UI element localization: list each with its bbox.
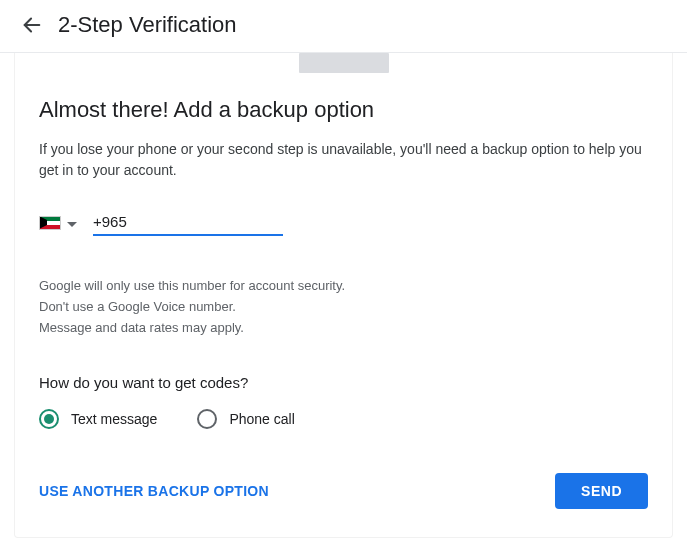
disclaimer-line: Message and data rates may apply. [39, 318, 648, 339]
radio-group: Text message Phone call [39, 409, 648, 429]
radio-text-message[interactable]: Text message [39, 409, 157, 429]
radio-label: Phone call [229, 411, 294, 427]
radio-phone-call[interactable]: Phone call [197, 409, 294, 429]
flag-icon [39, 216, 61, 230]
page-header: 2-Step Verification [0, 0, 687, 53]
footer-row: USE ANOTHER BACKUP OPTION SEND [39, 473, 648, 509]
section-description: If you lose your phone or your second st… [39, 139, 648, 181]
send-button[interactable]: SEND [555, 473, 648, 509]
radio-icon [39, 409, 59, 429]
disclaimer: Google will only use this number for acc… [39, 276, 648, 338]
use-another-backup-link[interactable]: USE ANOTHER BACKUP OPTION [39, 483, 269, 499]
disclaimer-line: Don't use a Google Voice number. [39, 297, 648, 318]
radio-label: Text message [71, 411, 157, 427]
disclaimer-line: Google will only use this number for acc… [39, 276, 648, 297]
content-card: Almost there! Add a backup option If you… [14, 53, 673, 538]
page-title: 2-Step Verification [58, 12, 237, 38]
phone-row [39, 209, 648, 236]
chevron-down-icon [67, 214, 77, 232]
country-selector[interactable] [39, 214, 77, 232]
phone-input[interactable] [93, 209, 283, 236]
radio-dot-icon [44, 414, 54, 424]
back-button[interactable] [20, 13, 44, 37]
section-title: Almost there! Add a backup option [39, 97, 648, 123]
arrow-left-icon [21, 14, 43, 36]
placeholder-bar [299, 53, 389, 73]
codes-question: How do you want to get codes? [39, 374, 648, 391]
radio-icon [197, 409, 217, 429]
